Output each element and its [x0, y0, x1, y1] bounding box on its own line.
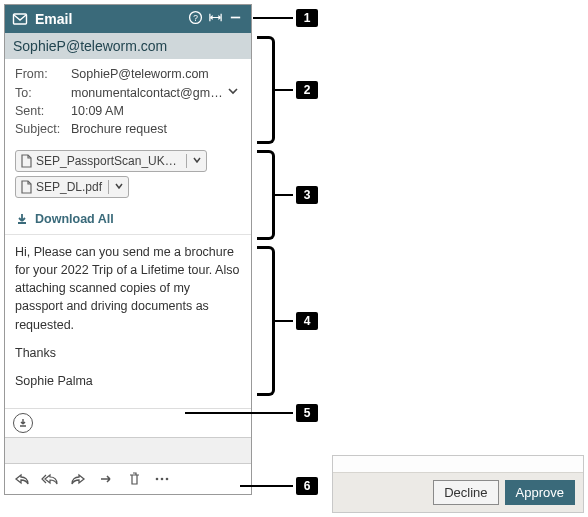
callout-bracket: [257, 36, 275, 144]
expand-icon[interactable]: [205, 10, 225, 28]
to-row: To: monumentalcontact@gmail.c...: [15, 83, 241, 102]
titlebar: Email ?: [5, 5, 251, 33]
attachment-chevron-icon[interactable]: [108, 180, 128, 194]
sent-value: 10:09 AM: [71, 104, 241, 118]
callout-line: [275, 320, 293, 322]
attachments: SEP_PassportScan_UK_.pdf SEP_DL.pdf: [5, 148, 251, 206]
subject-label: Subject:: [15, 122, 71, 136]
callout-num: 5: [296, 404, 318, 422]
chevron-down-icon[interactable]: [225, 85, 241, 100]
help-icon[interactable]: ?: [185, 10, 205, 28]
attachment-name: SEP_PassportScan_UK_.pdf: [36, 154, 186, 168]
file-icon: [16, 154, 36, 168]
approve-button[interactable]: Approve: [505, 480, 575, 505]
callout-5: 5: [296, 404, 318, 422]
approval-bar: Decline Approve: [333, 472, 583, 512]
attachment-chip[interactable]: SEP_PassportScan_UK_.pdf: [15, 150, 207, 172]
svg-point-4: [156, 478, 159, 481]
download-icon: [15, 212, 29, 226]
email-panel: Email ? SophieP@teleworm.com From: Sophi…: [4, 4, 252, 495]
approval-dialog: Decline Approve: [332, 455, 584, 513]
delete-icon[interactable]: [125, 470, 143, 488]
callout-line: [275, 89, 293, 91]
callout-num: 6: [296, 477, 318, 495]
sender-header: SophieP@teleworm.com: [5, 33, 251, 59]
attachment-chevron-icon[interactable]: [186, 154, 206, 168]
download-all-button[interactable]: Download All: [5, 206, 251, 235]
more-icon[interactable]: [153, 470, 171, 488]
file-icon: [16, 180, 36, 194]
body-para: Sophie Palma: [15, 372, 241, 390]
to-label: To:: [15, 86, 71, 100]
callout-num: 3: [296, 186, 318, 204]
attachment-name: SEP_DL.pdf: [36, 180, 108, 194]
title-text: Email: [35, 11, 185, 27]
subject-value: Brochure request: [71, 122, 241, 136]
from-value: SophieP@teleworm.com: [71, 67, 241, 81]
minimize-icon[interactable]: [225, 10, 245, 28]
email-meta: From: SophieP@teleworm.com To: monumenta…: [5, 59, 251, 148]
svg-point-6: [166, 478, 169, 481]
callout-line: [185, 412, 293, 414]
callout-num: 1: [296, 9, 318, 27]
callout-1: 1: [296, 9, 318, 27]
callout-num: 4: [296, 312, 318, 330]
mail-icon: [11, 10, 29, 28]
reply-all-icon[interactable]: [41, 470, 59, 488]
compose-bar[interactable]: [5, 437, 251, 463]
sent-row: Sent: 10:09 AM: [15, 102, 241, 120]
send-icon[interactable]: [97, 470, 115, 488]
from-row: From: SophieP@teleworm.com: [15, 65, 241, 83]
body-para: Thanks: [15, 344, 241, 362]
svg-point-5: [161, 478, 164, 481]
callout-line: [275, 194, 293, 196]
body-para: Hi, Please can you send me a brochure fo…: [15, 243, 241, 334]
forward-icon[interactable]: [69, 470, 87, 488]
callout-3: 3: [296, 186, 318, 204]
svg-text:?: ?: [193, 13, 198, 23]
subject-row: Subject: Brochure request: [15, 120, 241, 138]
action-bar: [5, 463, 251, 494]
callout-line: [240, 485, 293, 487]
to-value: monumentalcontact@gmail.c...: [71, 86, 225, 100]
download-all-label: Download All: [35, 212, 114, 226]
callout-bracket: [257, 150, 275, 240]
decline-button[interactable]: Decline: [433, 480, 498, 505]
download-circle-icon[interactable]: [13, 413, 33, 433]
callout-bracket: [257, 246, 275, 396]
from-label: From:: [15, 67, 71, 81]
sent-label: Sent:: [15, 104, 71, 118]
callout-6: 6: [296, 477, 318, 495]
attachment-chip[interactable]: SEP_DL.pdf: [15, 176, 129, 198]
callout-4: 4: [296, 312, 318, 330]
callout-line: [253, 17, 293, 19]
callout-2: 2: [296, 81, 318, 99]
reply-icon[interactable]: [13, 470, 31, 488]
email-body: Hi, Please can you send me a brochure fo…: [5, 235, 251, 408]
callout-num: 2: [296, 81, 318, 99]
